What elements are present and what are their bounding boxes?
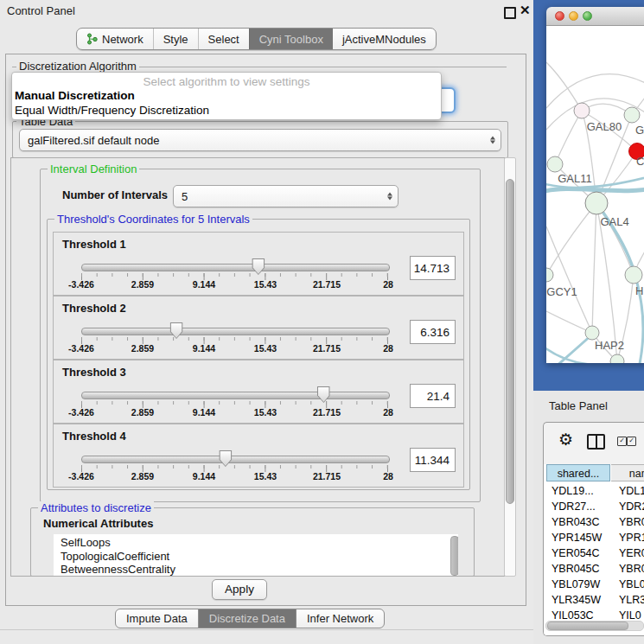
algorithm-placeholder-option[interactable]: Select algorithm to view settings xyxy=(12,75,441,88)
cell: YIL0 xyxy=(619,609,641,622)
column-header-name[interactable]: name xyxy=(611,464,644,481)
tick-label: 9.144 xyxy=(193,471,215,481)
node-gal80[interactable] xyxy=(574,103,590,118)
algorithm-option-manual[interactable]: Manual Discretization xyxy=(15,89,135,102)
algorithm-dropdown-popup: Select algorithm to view settings Manual… xyxy=(11,72,442,120)
cell: YER0 xyxy=(619,547,644,559)
column-header-shared-name[interactable]: shared... xyxy=(546,464,610,481)
main-scrollbar-thumb[interactable] xyxy=(506,179,514,504)
slider-track[interactable] xyxy=(81,328,390,335)
slider-track[interactable] xyxy=(81,456,390,463)
list-item[interactable]: BetweennessCentrality xyxy=(54,563,458,577)
node[interactable] xyxy=(610,354,624,363)
checkbox-icon[interactable]: ✓ xyxy=(627,437,636,446)
main-scrollbar[interactable] xyxy=(504,157,516,577)
network-window-titlebar xyxy=(546,7,644,26)
table-row[interactable]: YDL19...YDL1 xyxy=(544,483,644,499)
threshold-2-value-field[interactable]: 6.316 xyxy=(410,320,456,344)
table-horizontal-scrollbar-thumb[interactable] xyxy=(547,622,628,630)
network-icon xyxy=(86,33,98,45)
tab-style[interactable]: Style xyxy=(153,29,198,49)
network-canvas[interactable]: GAL80 GA C GAL11 GAL4 GCY1 H HAP2 xyxy=(546,26,644,363)
cell: YER054C xyxy=(552,547,600,559)
threshold-4-panel: Threshold 4 -3.426 2.859 9.144 15.43 21.… xyxy=(53,424,464,488)
slider-tick-labels: -3.426 2.859 9.144 15.43 21.715 28 xyxy=(81,343,388,354)
list-item[interactable]: SelfLoops xyxy=(54,536,458,550)
node-gal4[interactable] xyxy=(585,192,608,214)
float-window-icon[interactable] xyxy=(504,7,516,19)
tab-cyni-toolbox[interactable]: Cyni Toolbox xyxy=(249,29,333,49)
stepper-arrows-icon xyxy=(387,193,392,201)
table-row[interactable]: YPR145WYPR1 xyxy=(544,530,644,545)
tab-network-label: Network xyxy=(102,33,143,46)
checkbox-icon[interactable]: ✓ xyxy=(617,437,627,446)
close-traffic-light-icon[interactable] xyxy=(555,11,564,21)
node-label: HAP2 xyxy=(595,339,624,352)
settings-scroll-viewport: Interval Definition Number of Intervals … xyxy=(10,157,505,577)
list-item[interactable]: TopologicalCoefficient xyxy=(54,550,458,564)
cell: YPR145W xyxy=(552,532,602,544)
node-label: GA xyxy=(635,124,644,137)
tab-discretize-data[interactable]: Discretize Data xyxy=(198,609,296,628)
tab-impute-data[interactable]: Impute Data xyxy=(116,609,198,628)
number-of-intervals-combobox[interactable]: 5 xyxy=(173,185,399,207)
table-row[interactable]: YLR345WYLR3 xyxy=(544,592,644,608)
cell: YBR043C xyxy=(552,516,600,528)
threshold-3-value-field[interactable]: 21.4 xyxy=(410,384,456,408)
threshold-coordinates-group: Threshold's Coordinates for 5 Intervals … xyxy=(47,219,470,490)
minimize-traffic-light-icon[interactable] xyxy=(569,11,578,21)
node-gcy1[interactable] xyxy=(546,268,553,282)
threshold-4-label: Threshold 4 xyxy=(62,430,126,443)
zoom-traffic-light-icon[interactable] xyxy=(583,11,592,21)
table-panel-title: Table Panel xyxy=(549,399,608,412)
cell: YDR2 xyxy=(619,501,644,513)
table-row[interactable]: YBR043CYBR0 xyxy=(544,514,644,530)
cell: YIL053C xyxy=(552,609,594,622)
number-of-intervals-value: 5 xyxy=(182,190,188,203)
close-icon[interactable]: ✕ xyxy=(520,3,531,18)
columns-icon[interactable] xyxy=(587,434,605,450)
node[interactable] xyxy=(624,107,640,123)
list-scrollbar[interactable] xyxy=(450,536,457,575)
table-data-combobox-value: galFiltered.sif default node xyxy=(28,134,159,147)
apply-button[interactable]: Apply xyxy=(212,579,267,600)
table-data-combobox[interactable]: galFiltered.sif default node xyxy=(19,129,501,151)
control-panel-titlebar: Control Panel ✕ xyxy=(0,0,533,22)
tab-jactivemnodules[interactable]: jActiveMNodules xyxy=(333,29,436,49)
table-row[interactable]: YBR045CYBR0 xyxy=(544,561,644,577)
node-label: C xyxy=(636,155,644,168)
screen: Control Panel ✕ Network Style Select Cyn… xyxy=(0,0,644,644)
cell: YLR3 xyxy=(619,594,644,606)
threshold-4-value-field[interactable]: 11.344 xyxy=(410,448,456,472)
table-row[interactable]: YER054CYER0 xyxy=(544,545,644,561)
table-horizontal-scrollbar[interactable] xyxy=(545,621,644,631)
node-gal11[interactable] xyxy=(547,156,563,172)
cell: YDL1 xyxy=(619,485,644,497)
slider-track[interactable] xyxy=(81,392,390,399)
cell: YDR27... xyxy=(552,501,596,513)
tab-infer-network-label: Infer Network xyxy=(307,612,373,625)
node[interactable] xyxy=(625,266,642,284)
tick-label: 21.715 xyxy=(313,343,341,354)
cell: YDL19... xyxy=(552,485,594,497)
threshold-1-label: Threshold 1 xyxy=(62,238,126,251)
tab-select[interactable]: Select xyxy=(198,29,249,49)
tick-label: -3.426 xyxy=(68,471,94,481)
numerical-attributes-list: SelfLoops TopologicalCoefficient Between… xyxy=(54,534,458,577)
slider-track[interactable] xyxy=(81,264,390,271)
gear-icon[interactable]: ⚙ xyxy=(558,430,573,450)
tab-network[interactable]: Network xyxy=(77,29,153,49)
threshold-2-panel: Threshold 2 -3.426 2.859 9.144 15.43 21.… xyxy=(53,296,464,360)
table-row[interactable]: YBL079WYBL0 xyxy=(544,577,644,592)
tick-label: 15.43 xyxy=(254,471,277,481)
cell: YLR345W xyxy=(552,594,601,606)
tick-label: 9.144 xyxy=(193,343,215,354)
tab-select-label: Select xyxy=(208,33,239,46)
threshold-1-value-field[interactable]: 14.713 xyxy=(410,256,456,280)
node-hap2[interactable] xyxy=(585,326,599,340)
table-row[interactable]: YDR27...YDR2 xyxy=(544,499,644,514)
tab-style-label: Style xyxy=(163,33,188,46)
tick-label: 28 xyxy=(383,279,393,290)
tab-infer-network[interactable]: Infer Network xyxy=(296,609,384,628)
algorithm-option-equal-width[interactable]: Equal Width/Frequency Discretization xyxy=(15,104,209,117)
